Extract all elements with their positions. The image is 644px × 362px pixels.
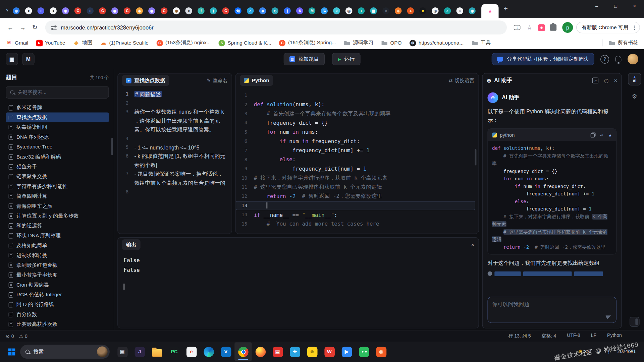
taskbar-edge-icon[interactable] [200,342,217,361]
help-button[interactable]: ? [600,55,609,63]
taskbar-yellow-app-icon[interactable]: ☻ [304,342,321,361]
site-settings-icon[interactable] [51,25,57,30]
editor-scrollbar[interactable] [475,149,477,165]
search-highlight-image[interactable] [97,346,108,357]
taskbar-orange-app-icon[interactable]: ◉ [373,342,390,361]
close-button[interactable]: × [625,0,644,12]
browser-tab[interactable]: ↯ [296,7,303,14]
browser-tab[interactable]: ◉ [13,7,20,14]
code-editor[interactable]: 12def solution(nums, k):3 # 首先创建一个字典来存储每… [236,87,479,229]
browser-tab[interactable]: + [358,7,365,14]
browser-tab[interactable]: ◐ [87,7,94,14]
app-logo-icon[interactable]: ▣ [6,53,18,65]
browser-tab[interactable]: C [124,7,131,14]
promo-banner[interactable]: 分享代码练习体验，领限量定制周边 [492,53,594,65]
taskbar-wps-icon[interactable]: W [321,342,338,361]
clock-date[interactable]: 2024/9/1 [618,349,636,355]
browser-menu-icon[interactable]: ⋮ [632,24,637,31]
all-bookmarks-button[interactable]: 所有书签 [602,40,638,47]
output-close-icon[interactable]: × [471,241,474,248]
forward-button[interactable]: → [16,21,29,34]
taskbar-telegram-icon[interactable]: ✈ [286,342,303,361]
minimize-button[interactable]: – [587,0,606,12]
profile-avatar[interactable]: p [562,22,573,33]
start-button-icon[interactable] [8,348,15,355]
bookmark-item[interactable]: C(153条消息) nginx... [156,40,211,47]
sidebar-item-problem[interactable]: Cion 勒索病毒 [6,280,109,290]
rename-button[interactable]: ✎ 重命名 [207,77,228,84]
extensions-icon[interactable] [550,24,557,31]
active-tab[interactable]: ★ [482,4,499,18]
send-icon[interactable] [606,314,612,319]
bookmark-item[interactable]: C(161条消息) Spring... [279,40,336,47]
browser-tab[interactable]: ◉ [148,7,155,14]
bookmark-item[interactable]: MGmail [6,40,28,46]
taskbar-eleme-icon[interactable]: e [183,342,200,361]
browser-tab[interactable]: { [284,7,291,14]
sidebar-item-problem[interactable]: 青海湖租车之旅 [6,201,109,211]
settings-gear-icon[interactable]: ⚙ [631,93,639,100]
browser-tab[interactable]: ● [185,7,193,14]
browser-tab[interactable]: ◗ [38,7,45,14]
output-console[interactable]: FalseFalse [118,252,478,294]
insert-code-icon[interactable]: ↵ [600,132,604,138]
browser-tab[interactable]: ◎ [345,7,353,14]
taskbar-pycharm-icon[interactable]: PC [165,342,182,361]
ai-rail-badge[interactable]: ★AI [628,73,641,85]
bookmark-item[interactable]: ◈地图 [73,40,93,47]
ai-magic-icon[interactable]: ★ [608,133,612,137]
sidebar-scrollbar[interactable] [111,138,113,155]
back-button[interactable]: ← [4,21,16,34]
browser-tab[interactable]: C [161,7,168,14]
weather-widget[interactable]: ☀ 31° [578,349,592,355]
browser-tab[interactable]: C [74,7,82,14]
browser-tab[interactable]: ◉ [111,7,118,14]
sidebar-item-problem[interactable]: 比赛最高获胜次数 [6,319,109,327]
ai-conversation[interactable]: ⊛ AI 助手 以下是一个使用 Python 解决此问题的代码框架和提示： py… [483,87,622,294]
taskbar-chrome-icon[interactable] [234,342,252,361]
browser-tab[interactable]: ○ [333,7,340,14]
search-box[interactable] [6,86,109,99]
browser-tab[interactable]: ◉ [62,7,69,14]
browser-tab[interactable]: ☻ [420,7,427,14]
browser-tab[interactable]: ✓ [444,7,451,14]
taskbar-purple-app-icon[interactable]: J [131,342,148,361]
chrome-update-chip[interactable]: 有新版 Chrome 可用 ⋮ [576,22,640,33]
bookmark-item[interactable]: 源码学习 [344,40,373,47]
new-tab-button[interactable]: + [504,5,508,13]
browser-tab[interactable]: ▦ [370,7,377,14]
browser-tab[interactable]: ✓ [247,7,254,14]
bookmark-item[interactable]: ⊛https://chat.opena... [410,40,464,46]
bookmark-item[interactable]: SSpring Cloud & K... [219,40,271,46]
sidebar-item-problem[interactable]: 和的逆运算 [6,221,109,231]
browser-tab[interactable]: C [99,7,106,14]
user-avatar[interactable] [628,54,638,64]
browser-tab[interactable]: 知 [235,7,242,14]
browser-tab[interactable]: ● [25,7,32,14]
taskbar-file-explorer-icon[interactable] [148,342,165,361]
switch-language-button[interactable]: ⇄ 切换语言 [448,77,474,84]
browser-tab[interactable]: ○ [457,7,464,14]
language-tab[interactable]: Python [240,75,273,86]
browser-tab[interactable]: ◉ [469,7,476,14]
sidebar-item-problem[interactable]: 拿到最多红包金额 [6,260,109,270]
sidebar-item-problem[interactable]: DNA 序列还原 [6,132,109,142]
browser-tab[interactable]: ● [50,7,57,14]
sidebar-item-problem[interactable]: 字符串有多少种可能性 [6,181,109,191]
ime-indicator[interactable]: 中 [607,349,611,355]
browser-tab[interactable]: ⇅ [321,7,328,14]
taskbar-red-app-icon[interactable]: ▤ [269,342,286,361]
collapse-panel-icon[interactable] [630,317,639,326]
sidebar-item-problem[interactable]: 猫鱼分干 [6,162,109,171]
search-input[interactable] [18,89,104,95]
browser-tab[interactable]: ▲ [407,7,414,14]
sidebar-item-problem[interactable]: 多米诺骨牌 [6,103,109,112]
copy-code-icon[interactable] [591,133,596,138]
sidebar-item-problem[interactable]: Base32 编码和解码 [6,152,109,162]
taskbar-search[interactable]: 搜索 [20,345,110,359]
run-button[interactable]: ▶ 运行 [332,53,360,65]
sidebar-item-problem[interactable]: 计算位置 x 到 y 的最多步数 [6,211,109,221]
sidebar-item-problem[interactable]: 阿 D 的飞行路线 [6,300,109,309]
sidebar-item-problem[interactable]: 进制求和转换 [6,250,109,260]
browser-tab[interactable]: † [198,7,205,14]
